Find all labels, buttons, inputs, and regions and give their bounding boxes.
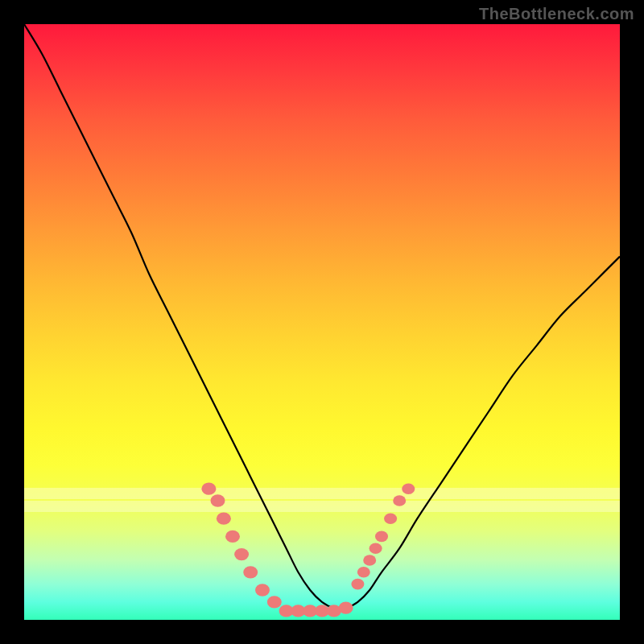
curve-marker [217, 513, 231, 525]
curve-marker [255, 584, 270, 596]
watermark-text: TheBottleneck.com [479, 5, 634, 23]
curve-marker [267, 596, 282, 608]
curve-markers-right [351, 483, 415, 589]
chart-plot-area [24, 24, 620, 620]
curve-marker [375, 531, 388, 543]
curve-marker [363, 555, 376, 566]
curve-markers-bottom [279, 602, 353, 617]
curve-marker [351, 579, 364, 590]
curve-marker [211, 494, 225, 506]
curve-marker [384, 513, 397, 524]
bottleneck-curve-svg [24, 24, 620, 620]
curve-marker [357, 567, 370, 578]
curve-marker [393, 495, 406, 506]
curve-marker [225, 530, 240, 543]
curve-marker [402, 483, 415, 494]
curve-marker [369, 543, 382, 554]
curve-marker [243, 566, 258, 578]
curve-marker [234, 548, 249, 560]
curve-marker [201, 483, 216, 495]
bottleneck-curve-line [24, 24, 620, 609]
curve-marker [339, 602, 353, 614]
curve-markers-left [201, 483, 281, 609]
